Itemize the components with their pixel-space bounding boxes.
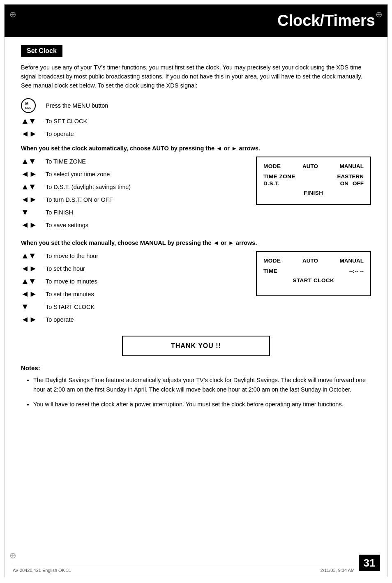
auto-step-2: ◄► To select your time zone <box>21 169 248 179</box>
step-set-clock-label: To SET CLOCK <box>46 118 87 124</box>
step-set-clock: ▲▼ To SET CLOCK <box>21 116 371 126</box>
lr-arrows-icon-1: ◄► <box>21 129 46 138</box>
thank-you-box: THANK YOU !! <box>122 336 270 356</box>
manual-step-6: ◄► To operate <box>21 315 248 324</box>
auto-step-4-label: To turn D.S.T. ON or OFF <box>46 196 113 203</box>
ud-arrows-icon: ▲▼ <box>21 116 46 126</box>
auto-step-6-label: To save settings <box>46 222 88 228</box>
manual-section: ▲▼ To move to the hour ◄► To set the hou… <box>21 251 371 327</box>
auto-finish-label: FINISH <box>304 190 323 196</box>
auto-lr-3: ◄► <box>21 220 46 230</box>
auto-step-3-label: To D.S.T. (daylight savings time) <box>46 184 131 190</box>
manual-step-5-label: To START CLOCK <box>46 304 95 310</box>
manual-ud-2: ▲▼ <box>21 277 46 286</box>
intro-text: Before you use any of your TV's timer fu… <box>21 63 371 90</box>
auto-lr-1: ◄► <box>21 169 46 179</box>
menu-icon-label: MENU <box>25 101 32 110</box>
manual-time-value: --:-- -- <box>349 268 364 274</box>
auto-d-1: ▼ <box>21 207 46 217</box>
manual-manual-label: MANUAL <box>339 258 364 264</box>
auto-tz-section: TIME ZONE EASTERN D.S.T. ON OFF <box>263 173 364 187</box>
auto-step-2-label: To select your time zone <box>46 171 110 177</box>
notes-title: Notes: <box>21 364 371 371</box>
manual-lr-symbol-3: ◄► <box>21 315 37 324</box>
notes-list: The Daylight Savings Time feature automa… <box>21 376 371 409</box>
auto-step-6: ◄► To save settings <box>21 220 248 230</box>
auto-ud-2: ▲▼ <box>21 182 46 191</box>
auto-ud-symbol-1: ▲▼ <box>21 157 36 166</box>
auto-step-1: ▲▼ To TIME ZONE <box>21 157 248 166</box>
manual-d-symbol-1: ▼ <box>21 302 29 311</box>
manual-mode-label: MODE <box>263 258 281 264</box>
auto-tz-label: TIME ZONE <box>263 173 295 180</box>
corner-mark-tl: ⊕ <box>9 9 16 19</box>
auto-lr-symbol-1: ◄► <box>21 169 37 179</box>
auto-off-label: OFF <box>353 180 364 187</box>
manual-lr-symbol-1: ◄► <box>21 264 37 273</box>
manual-time-section: TIME --:-- -- <box>263 268 364 274</box>
auto-eastern-label: EASTERN <box>337 173 364 180</box>
manual-ud-symbol-1: ▲▼ <box>21 251 36 260</box>
auto-steps: ▲▼ To TIME ZONE ◄► To select your time z… <box>21 157 248 233</box>
manual-step-2: ◄► To set the hour <box>21 264 248 273</box>
manual-step-3: ▲▼ To move to minutes <box>21 277 248 286</box>
auto-dst-vals: ON OFF <box>340 180 364 187</box>
manual-tv-screen: MODE AUTO MANUAL TIME --:-- -- START CLO… <box>256 251 371 296</box>
auto-tv-screen: MODE AUTO MANUAL TIME ZONE EASTERN D.S.T… <box>256 157 371 205</box>
manual-start-clock-label: START CLOCK <box>293 277 334 283</box>
manual-step-2-label: To set the hour <box>46 265 85 272</box>
arrows-lr-symbol-1: ◄► <box>21 129 37 138</box>
auto-auto-label: AUTO <box>302 163 318 169</box>
manual-start-clock-row: START CLOCK <box>263 277 364 283</box>
footer-right: 2/11/03, 9:34 AM <box>321 568 355 573</box>
manual-step-1-label: To move to the hour <box>46 253 98 259</box>
manual-step-1: ▲▼ To move to the hour <box>21 251 248 260</box>
auto-step-3: ▲▼ To D.S.T. (daylight savings time) <box>21 182 248 191</box>
manual-step-4: ◄► To set the minutes <box>21 289 248 299</box>
auto-instruction: When you set the clock automatically, ch… <box>21 145 371 152</box>
corner-mark-tr: ⊕ <box>376 9 383 19</box>
section-title: Set Clock <box>21 45 62 57</box>
step-menu-label: Press the MENU button <box>46 102 108 109</box>
manual-time-row: TIME --:-- -- <box>263 268 364 274</box>
manual-d-1: ▼ <box>21 302 46 311</box>
page-number: 31 <box>359 555 380 571</box>
menu-button-icon: MENU <box>21 98 36 113</box>
page-title: Clock/Timers <box>277 12 375 29</box>
auto-ud-symbol-2: ▲▼ <box>21 182 36 191</box>
menu-icon: MENU <box>21 98 46 113</box>
manual-ud-symbol-2: ▲▼ <box>21 277 36 286</box>
manual-ud-1: ▲▼ <box>21 251 46 260</box>
auto-d-symbol-1: ▼ <box>21 207 29 217</box>
auto-step-5: ▼ To FINISH <box>21 207 248 217</box>
auto-mode-label: MODE <box>263 163 281 169</box>
auto-step-4: ◄► To turn D.S.T. ON or OFF <box>21 195 248 204</box>
manual-step-3-label: To move to minutes <box>46 278 97 285</box>
main-content: Set Clock Before you use any of your TV'… <box>5 37 387 423</box>
manual-screen: MODE AUTO MANUAL TIME --:-- -- START CLO… <box>256 251 371 327</box>
auto-ud-1: ▲▼ <box>21 157 46 166</box>
manual-lr-symbol-2: ◄► <box>21 289 37 299</box>
page-header: Clock/Timers <box>5 5 387 37</box>
corner-mark-bl: ⊕ <box>9 551 16 560</box>
thank-you-text: THANK YOU !! <box>171 342 221 349</box>
manual-auto-label: AUTO <box>302 258 318 264</box>
manual-mode-row: MODE AUTO MANUAL <box>263 258 364 264</box>
manual-steps: ▲▼ To move to the hour ◄► To set the hou… <box>21 251 248 327</box>
note-item-1: The Daylight Savings Time feature automa… <box>33 376 371 394</box>
auto-tz-row: TIME ZONE EASTERN <box>263 173 364 180</box>
manual-step-4-label: To set the minutes <box>46 291 94 297</box>
auto-step-1-label: To TIME ZONE <box>46 158 86 165</box>
auto-dst-label: D.S.T. <box>263 180 280 187</box>
footer-left: AV-20420,421 English OK 31 <box>13 568 71 573</box>
manual-lr-2: ◄► <box>21 289 46 299</box>
auto-section: ▲▼ To TIME ZONE ◄► To select your time z… <box>21 157 371 233</box>
manual-step-6-label: To operate <box>46 316 74 323</box>
manual-step-5: ▼ To START CLOCK <box>21 302 248 311</box>
auto-lr-symbol-2: ◄► <box>21 195 37 204</box>
page-footer: AV-20420,421 English OK 31 2/11/03, 9:34… <box>13 565 355 573</box>
auto-finish-row: FINISH <box>263 190 364 196</box>
manual-lr-1: ◄► <box>21 264 46 273</box>
auto-step-5-label: To FINISH <box>46 209 73 216</box>
auto-screen: MODE AUTO MANUAL TIME ZONE EASTERN D.S.T… <box>256 157 371 233</box>
